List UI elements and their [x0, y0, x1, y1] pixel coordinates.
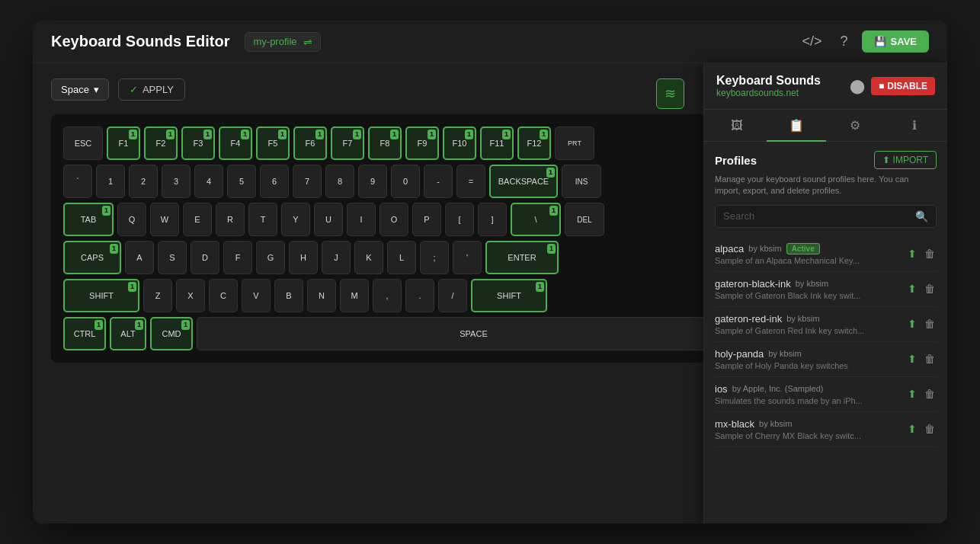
key-o[interactable]: O [380, 203, 408, 236]
export-icon[interactable]: ⬆ [906, 281, 918, 296]
space-select[interactable]: Space ▾ [51, 78, 109, 101]
disable-button[interactable]: ■ DISABLE [871, 77, 935, 95]
key-enter[interactable]: 1ENTER [485, 241, 559, 274]
key-2[interactable]: 2 [129, 165, 158, 198]
key-caps[interactable]: 1CAPS [63, 241, 121, 274]
key-i[interactable]: I [347, 203, 376, 236]
delete-icon[interactable]: 🗑 [923, 246, 937, 261]
tab-info[interactable]: ℹ [885, 110, 944, 142]
key-f9[interactable]: 1F9 [405, 126, 439, 160]
key-6[interactable]: 6 [260, 165, 289, 198]
key-g[interactable]: G [256, 241, 285, 274]
help-icon-button[interactable]: ? [836, 30, 853, 53]
export-icon[interactable]: ⬆ [906, 246, 918, 261]
key--[interactable]: 1\ [511, 203, 561, 236]
import-button[interactable]: ⬆ IMPORT [874, 151, 937, 169]
key-p[interactable]: P [412, 203, 441, 236]
key-f4[interactable]: 1F4 [219, 126, 252, 160]
key-y[interactable]: Y [281, 203, 310, 236]
key-3[interactable]: 3 [162, 165, 191, 198]
key-d[interactable]: D [191, 241, 219, 274]
key-u[interactable]: U [314, 203, 343, 236]
export-icon[interactable]: ⬆ [906, 386, 918, 402]
key-m[interactable]: M [340, 279, 369, 312]
key-e[interactable]: E [183, 203, 212, 236]
delete-icon[interactable]: 🗑 [923, 421, 937, 437]
key-c[interactable]: C [209, 279, 238, 312]
key-ctrl[interactable]: 1CTRL [63, 317, 106, 350]
key-w[interactable]: W [150, 203, 179, 236]
github-icon[interactable]: ⬤ [850, 78, 865, 94]
key-a[interactable]: A [125, 241, 154, 274]
key--[interactable]: / [438, 279, 467, 312]
key-cmd[interactable]: 1CMD [150, 317, 193, 350]
key-f7[interactable]: 1F7 [331, 126, 364, 160]
key-0[interactable]: 0 [391, 165, 420, 198]
delete-icon[interactable]: 🗑 [923, 316, 937, 331]
key-prt[interactable]: PRT [555, 126, 594, 160]
key-f5[interactable]: 1F5 [256, 126, 290, 160]
key--[interactable]: - [424, 165, 453, 198]
delete-icon[interactable]: 🗑 [923, 386, 937, 402]
key-del[interactable]: DEL [565, 203, 604, 236]
key-v[interactable]: V [242, 279, 271, 312]
key-n[interactable]: N [307, 279, 336, 312]
key-f2[interactable]: 1F2 [144, 126, 178, 160]
key--[interactable]: = [456, 165, 485, 198]
delete-icon[interactable]: 🗑 [923, 351, 937, 366]
key-l[interactable]: L [387, 241, 416, 274]
key-esc[interactable]: ESC [63, 126, 103, 160]
key-8[interactable]: 8 [325, 165, 354, 198]
key-f10[interactable]: 1F10 [443, 126, 476, 160]
key-9[interactable]: 9 [358, 165, 387, 198]
key-shift[interactable]: 1SHIFT [471, 279, 547, 312]
key-r[interactable]: R [216, 203, 245, 236]
key-5[interactable]: 5 [227, 165, 256, 198]
delete-icon[interactable]: 🗑 [923, 281, 937, 296]
key-j[interactable]: J [322, 241, 351, 274]
key-z[interactable]: Z [143, 279, 172, 312]
key-x[interactable]: X [176, 279, 205, 312]
key-backspace[interactable]: 1BACKSPACE [489, 165, 558, 198]
key-f12[interactable]: 1F12 [517, 126, 551, 160]
key-f1[interactable]: 1F1 [107, 126, 140, 160]
key-4[interactable]: 4 [194, 165, 223, 198]
key--[interactable]: , [373, 279, 402, 312]
key-alt[interactable]: 1ALT [110, 317, 146, 350]
key-f11[interactable]: 1F11 [480, 126, 514, 160]
key-s[interactable]: S [158, 241, 187, 274]
key-tab[interactable]: 1TAB [63, 203, 114, 236]
key-f3[interactable]: 1F3 [181, 126, 215, 160]
save-button[interactable]: 💾 SAVE [862, 30, 929, 53]
key-space[interactable]: SPACE [197, 317, 751, 350]
tab-image[interactable]: 🖼 [707, 110, 767, 142]
key-h[interactable]: H [289, 241, 318, 274]
search-input[interactable] [723, 210, 911, 222]
profile-desc-label: Sample of Gateron Black Ink key swit... [715, 291, 900, 300]
key--[interactable]: ` [63, 165, 92, 198]
profile-badge[interactable]: my-profile ⇌ [245, 32, 320, 52]
key-f8[interactable]: 1F8 [368, 126, 402, 160]
key-7[interactable]: 7 [293, 165, 322, 198]
export-icon[interactable]: ⬆ [906, 421, 918, 437]
key-ins[interactable]: INS [562, 165, 601, 198]
code-icon-button[interactable]: </> [798, 30, 827, 53]
export-icon[interactable]: ⬆ [906, 316, 918, 331]
tab-profiles[interactable]: 📋 [767, 110, 826, 142]
export-icon[interactable]: ⬆ [906, 351, 918, 366]
key-k[interactable]: K [354, 241, 383, 274]
key--[interactable]: ; [420, 241, 449, 274]
key--[interactable]: [ [445, 203, 474, 236]
apply-button[interactable]: ✓ APPLY [118, 78, 185, 101]
key-t[interactable]: T [248, 203, 277, 236]
key--[interactable]: ' [453, 241, 482, 274]
key-f[interactable]: F [223, 241, 252, 274]
key-shift[interactable]: 1SHIFT [63, 279, 139, 312]
key--[interactable]: . [405, 279, 434, 312]
key-f6[interactable]: 1F6 [293, 126, 327, 160]
key-q[interactable]: Q [117, 203, 146, 236]
key-b[interactable]: B [274, 279, 303, 312]
tab-settings[interactable]: ⚙ [826, 110, 886, 142]
key--[interactable]: ] [478, 203, 507, 236]
key-1[interactable]: 1 [96, 165, 125, 198]
